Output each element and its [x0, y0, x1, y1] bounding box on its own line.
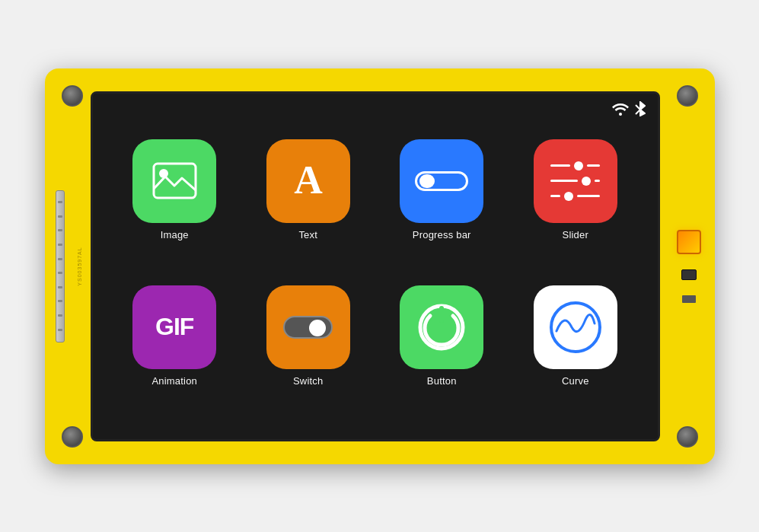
app-icon-image [132, 139, 216, 223]
right-components [677, 230, 701, 303]
connector-pin [58, 329, 62, 331]
gif-text: GIF [155, 313, 193, 341]
slider-line [577, 195, 600, 197]
app-grid: Image A Text [93, 124, 658, 439]
connector-pin [58, 286, 62, 288]
slider-dot [564, 192, 573, 201]
connector-pin [58, 258, 62, 260]
app-item-button[interactable]: Button [383, 285, 502, 416]
slider-line [587, 164, 600, 167]
svg-text:A: A [294, 158, 323, 202]
svg-rect-4 [439, 306, 444, 323]
slider-line [595, 180, 600, 182]
app-icon-curve [534, 285, 617, 369]
app-item-image[interactable]: Image [116, 139, 234, 270]
connector-pin [58, 314, 62, 317]
text-svg-icon: A [285, 158, 331, 204]
bluetooth-icon [635, 101, 646, 119]
pcb-board: YS003597AL [45, 68, 715, 464]
power-svg-icon [415, 301, 468, 354]
slider-dot [582, 177, 591, 186]
app-label-text: Text [298, 229, 317, 241]
connector-pin [58, 215, 62, 218]
left-connector [56, 190, 65, 342]
app-icon-text: A [266, 139, 350, 223]
app-item-progress[interactable]: Progress bar [383, 139, 502, 270]
slider-line [550, 180, 578, 182]
led-component [677, 230, 701, 254]
app-icon-progress [400, 139, 483, 223]
screw-top-left [62, 85, 83, 107]
app-label-image: Image [161, 229, 189, 241]
connector-pin [58, 272, 62, 274]
image-svg-icon [150, 160, 199, 202]
app-item-curve[interactable]: Curve [516, 285, 635, 416]
wifi-icon [612, 102, 629, 118]
screw-top-right [677, 85, 698, 107]
connector-pin [58, 229, 62, 231]
status-bar [612, 101, 646, 119]
app-icon-slider [534, 139, 617, 223]
slider-dot [574, 161, 583, 170]
screw-bottom-left [62, 426, 83, 448]
screen-bezel: Image A Text [91, 91, 660, 441]
progress-thumb [419, 174, 435, 188]
small-component [681, 269, 697, 280]
slider-row-2 [550, 177, 600, 186]
app-item-animation[interactable]: GIF Animation [116, 285, 234, 416]
app-item-switch[interactable]: Switch [249, 285, 368, 416]
app-icon-animation: GIF [132, 285, 216, 369]
app-label-curve: Curve [562, 375, 589, 387]
app-label-switch: Switch [293, 375, 324, 387]
app-label-slider: Slider [563, 229, 588, 241]
slider-row-1 [550, 161, 600, 170]
app-label-button: Button [427, 375, 457, 387]
app-icon-switch [266, 285, 350, 369]
slider-line [550, 164, 570, 167]
small-component-2 [682, 295, 696, 303]
device-wrapper: YS003597AL [37, 46, 722, 487]
slider-row-3 [550, 192, 600, 201]
app-label-animation: Animation [151, 375, 197, 387]
app-icon-button [400, 285, 483, 369]
pcb-label: YS003597AL [77, 247, 82, 285]
switch-knob [309, 320, 326, 336]
connector-pin [58, 201, 62, 203]
connector-pin [58, 244, 62, 246]
screw-bottom-right [677, 426, 698, 448]
progress-track [415, 171, 468, 191]
app-item-text[interactable]: A Text [249, 139, 368, 270]
connector-pin [58, 300, 62, 302]
screen: Image A Text [93, 94, 658, 439]
curve-svg-icon [549, 301, 602, 354]
slider-lines [550, 161, 600, 201]
slider-line [550, 195, 560, 197]
app-item-slider[interactable]: Slider [516, 139, 635, 270]
app-label-progress: Progress bar [413, 229, 471, 241]
switch-track [283, 316, 333, 339]
